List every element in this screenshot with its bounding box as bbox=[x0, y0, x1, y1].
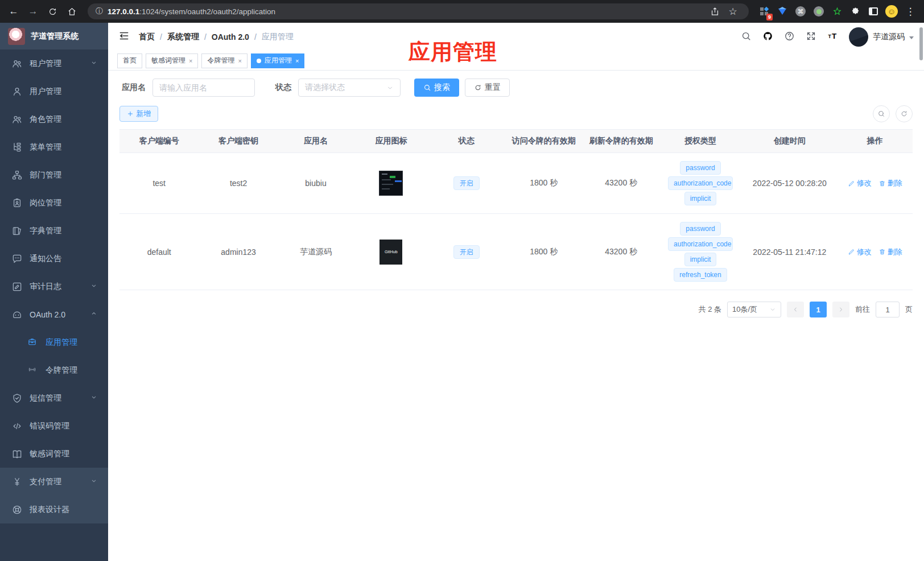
breadcrumb-item[interactable]: 首页 bbox=[139, 32, 155, 42]
pagination: 共 2 条 10条/页 1 前往 页 bbox=[119, 302, 913, 317]
sidebar-toggle-icon[interactable] bbox=[866, 4, 881, 19]
search-icon bbox=[423, 84, 431, 92]
chevron-down-icon bbox=[386, 84, 394, 92]
sidebar-item-敏感词管理[interactable]: 敏感词管理 bbox=[0, 440, 108, 468]
chevron-down-icon bbox=[90, 59, 98, 68]
grant-type-tag: authorization_code bbox=[668, 237, 733, 251]
sidebar-item-label: 报表设计器 bbox=[30, 505, 98, 515]
page-number-button[interactable]: 1 bbox=[810, 302, 827, 317]
close-icon[interactable]: × bbox=[189, 57, 192, 64]
table-row: defaultadmin123芋道源码GitHub开启1800 秒43200 秒… bbox=[119, 214, 913, 290]
extension-record-icon[interactable] bbox=[811, 4, 826, 19]
add-button[interactable]: 新增 bbox=[119, 106, 158, 122]
table-row: testtest2biubiu开启1800 秒43200 秒passwordau… bbox=[119, 153, 913, 214]
bookmark-star-icon[interactable]: ☆ bbox=[725, 3, 741, 19]
prev-page-button[interactable] bbox=[787, 302, 804, 317]
chevron-down-icon bbox=[909, 36, 914, 39]
close-icon[interactable]: × bbox=[238, 57, 241, 64]
column-header: 客户端编号 bbox=[119, 130, 199, 153]
sidebar-item-菜单管理[interactable]: 菜单管理 bbox=[0, 133, 108, 161]
svg-text:T: T bbox=[828, 34, 832, 39]
column-header: 访问令牌的有效期 bbox=[504, 130, 583, 153]
app-name-input[interactable] bbox=[152, 79, 255, 97]
tab-令牌管理[interactable]: 令牌管理× bbox=[201, 53, 247, 68]
fullscreen-icon[interactable] bbox=[806, 31, 816, 44]
extension-grid-icon[interactable]: 9 bbox=[757, 4, 772, 19]
collapse-menu-icon[interactable] bbox=[118, 30, 130, 44]
sidebar-item-字典管理[interactable]: 字典管理 bbox=[0, 217, 108, 245]
refresh-table-button[interactable] bbox=[896, 105, 913, 122]
sidebar-item-角色管理[interactable]: 角色管理 bbox=[0, 105, 108, 133]
search-icon[interactable] bbox=[741, 31, 752, 44]
share-icon[interactable] bbox=[707, 3, 723, 19]
github-icon[interactable] bbox=[762, 31, 773, 44]
scrollbar-thumb[interactable] bbox=[919, 27, 923, 60]
sidebar-item-用户管理[interactable]: 用户管理 bbox=[0, 77, 108, 105]
robot-icon bbox=[11, 309, 23, 320]
back-icon[interactable]: ← bbox=[6, 3, 22, 19]
app-title: 芋道管理系统 bbox=[31, 31, 79, 42]
info-icon[interactable]: ⓘ bbox=[96, 6, 103, 16]
org-icon bbox=[11, 170, 23, 181]
yen-icon bbox=[11, 476, 23, 488]
grant-type-tag: implicit bbox=[684, 192, 717, 205]
sidebar-item-租户管理[interactable]: 租户管理 bbox=[0, 50, 108, 77]
sidebar-item-label: 错误码管理 bbox=[30, 421, 98, 431]
chevron-down-icon bbox=[90, 477, 98, 486]
next-page-button[interactable] bbox=[832, 302, 849, 317]
sidebar-item-审计日志[interactable]: 审计日志 bbox=[0, 273, 108, 300]
extension-command-icon[interactable]: ⌘ bbox=[793, 4, 808, 19]
question-icon[interactable] bbox=[784, 31, 795, 44]
sidebar-item-短信管理[interactable]: 短信管理 bbox=[0, 384, 108, 412]
delete-button[interactable]: 删除 bbox=[878, 247, 902, 257]
tab-应用管理[interactable]: 应用管理× bbox=[251, 53, 304, 68]
goto-page-input[interactable] bbox=[876, 302, 900, 317]
toggle-search-button[interactable] bbox=[873, 105, 890, 122]
cell-app-name: 芋道源码 bbox=[278, 214, 353, 290]
sidebar-item-支付管理[interactable]: 支付管理 bbox=[0, 468, 108, 496]
extensions-puzzle-icon[interactable] bbox=[848, 4, 863, 19]
extension-gem-icon[interactable] bbox=[775, 4, 790, 19]
search-button[interactable]: 搜索 bbox=[414, 79, 459, 97]
sidebar-item-部门管理[interactable]: 部门管理 bbox=[0, 161, 108, 189]
cell-access-validity: 1800 秒 bbox=[504, 214, 583, 290]
profile-avatar-icon[interactable]: ☺ bbox=[884, 4, 899, 19]
extension-star-icon[interactable] bbox=[830, 4, 844, 19]
sidebar-item-通知公告[interactable]: 通知公告 bbox=[0, 245, 108, 273]
home-icon[interactable] bbox=[64, 3, 80, 19]
reload-icon[interactable] bbox=[44, 3, 60, 19]
grant-type-tag: authorization_code bbox=[668, 176, 733, 190]
page-size-select[interactable]: 10条/页 bbox=[727, 302, 781, 317]
user-menu[interactable]: 芋道源码 bbox=[849, 27, 914, 47]
sidebar-item-岗位管理[interactable]: 岗位管理 bbox=[0, 189, 108, 217]
breadcrumb-item[interactable]: 系统管理 bbox=[167, 32, 199, 42]
tab-首页[interactable]: 首页 bbox=[117, 53, 142, 68]
sidebar-item-报表设计器[interactable]: 报表设计器 bbox=[0, 496, 108, 523]
url-bar[interactable]: ⓘ 127.0.0.1:1024/system/oauth2/oauth2/ap… bbox=[88, 3, 749, 19]
sidebar-item-OAuth 2.0[interactable]: OAuth 2.0 bbox=[0, 300, 108, 328]
plus-icon bbox=[127, 110, 134, 117]
total-count: 共 2 条 bbox=[699, 304, 721, 315]
reset-button[interactable]: 重置 bbox=[465, 79, 510, 97]
delete-button[interactable]: 删除 bbox=[878, 178, 902, 188]
tab-敏感词管理[interactable]: 敏感词管理× bbox=[146, 53, 198, 68]
badge-icon bbox=[11, 197, 23, 209]
sidebar-item-label: 通知公告 bbox=[30, 254, 98, 264]
tree-icon bbox=[11, 142, 23, 153]
edit-button[interactable]: 修改 bbox=[848, 178, 872, 188]
breadcrumb-item[interactable]: OAuth 2.0 bbox=[212, 32, 249, 42]
status-select[interactable]: 请选择状态 bbox=[298, 79, 401, 97]
sidebar-item-label: 字典管理 bbox=[30, 226, 98, 236]
extension-badge: 9 bbox=[766, 14, 773, 20]
search-icon bbox=[877, 110, 885, 118]
sidebar-item-应用管理[interactable]: 应用管理 bbox=[0, 328, 108, 356]
edit-button[interactable]: 修改 bbox=[848, 247, 872, 257]
browser-menu-icon[interactable]: ⋮ bbox=[902, 3, 918, 19]
cell-refresh-validity: 43200 秒 bbox=[583, 153, 658, 214]
sidebar-item-错误码管理[interactable]: 错误码管理 bbox=[0, 412, 108, 440]
books-icon bbox=[11, 225, 23, 237]
fontsize-icon[interactable]: TT bbox=[827, 31, 838, 44]
close-icon[interactable]: × bbox=[295, 57, 299, 64]
forward-icon[interactable]: → bbox=[25, 3, 41, 19]
sidebar-item-令牌管理[interactable]: 令牌管理 bbox=[0, 356, 108, 384]
